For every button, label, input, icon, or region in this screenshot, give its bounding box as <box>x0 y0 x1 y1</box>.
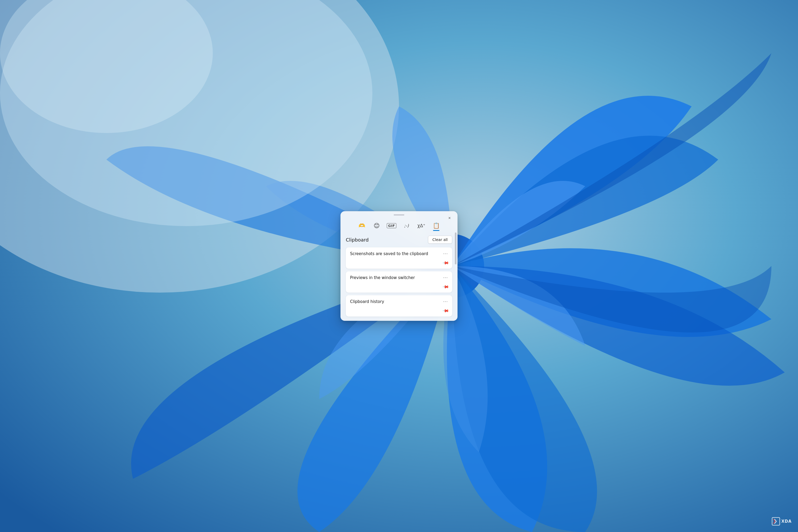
scrollbar-thumb[interactable] <box>455 232 456 264</box>
clipboard-item[interactable]: Screenshots are saved to the clipboard ·… <box>346 247 452 269</box>
emoji-icon: 😊 <box>374 222 380 229</box>
tab-symbols[interactable]: χ∆⁺ <box>414 220 428 231</box>
more-options-button[interactable]: ··· <box>442 299 449 304</box>
clipboard-header: Clipboard Clear all <box>346 236 452 244</box>
clipboard-items-list: Screenshots are saved to the clipboard ·… <box>346 247 452 317</box>
section-title: Clipboard <box>346 237 369 243</box>
drag-handle-bar <box>394 214 404 215</box>
close-button[interactable]: × <box>445 214 454 222</box>
tab-bar: 🫶 😊 GIF ;-) χ∆⁺ 📋 <box>341 217 457 232</box>
more-options-button[interactable]: ··· <box>442 251 449 256</box>
symbols-icon: χ∆⁺ <box>417 223 425 228</box>
item-text: Clipboard history <box>350 299 448 305</box>
item-text: Previews in the window switcher <box>350 275 448 281</box>
more-options-button[interactable]: ··· <box>442 274 449 280</box>
kaomoji-icon: 🫶 <box>359 222 365 229</box>
svg-rect-5 <box>772 518 780 525</box>
tab-kaomoji[interactable]: 🫶 <box>355 220 369 231</box>
xda-label: XDA <box>781 519 792 524</box>
xda-watermark: XDA <box>772 517 792 526</box>
item-text: Screenshots are saved to the clipboard <box>350 251 448 257</box>
clipboard-panel: × 🫶 😊 GIF ;-) χ∆⁺ 📋 Clipboard Clear all <box>341 211 457 321</box>
item-actions: ··· <box>442 251 449 256</box>
tab-kaomoji2[interactable]: ;-) <box>400 220 413 231</box>
kaomoji2-icon: ;-) <box>404 223 408 228</box>
item-actions: ··· <box>442 299 449 304</box>
clear-all-button[interactable]: Clear all <box>428 236 452 244</box>
pin-button[interactable]: 📌 <box>441 283 450 291</box>
panel-body: Clipboard Clear all Screenshots are save… <box>341 232 457 321</box>
item-actions: ··· <box>442 274 449 280</box>
tab-gif[interactable]: GIF <box>385 220 398 231</box>
scrollbar-track <box>455 232 456 317</box>
clipboard-item[interactable]: Previews in the window switcher ··· 📌 <box>346 271 452 292</box>
pin-button[interactable]: 📌 <box>441 306 450 315</box>
clipboard-item[interactable]: Clipboard history ··· 📌 <box>346 295 452 317</box>
gif-icon: GIF <box>387 223 396 228</box>
xda-logo-icon <box>772 517 780 526</box>
tab-clipboard[interactable]: 📋 <box>429 220 443 231</box>
pin-button[interactable]: 📌 <box>441 259 450 267</box>
tab-emoji[interactable]: 😊 <box>370 220 384 231</box>
clipboard-icon: 📋 <box>433 222 440 229</box>
drag-handle-area <box>341 211 457 217</box>
